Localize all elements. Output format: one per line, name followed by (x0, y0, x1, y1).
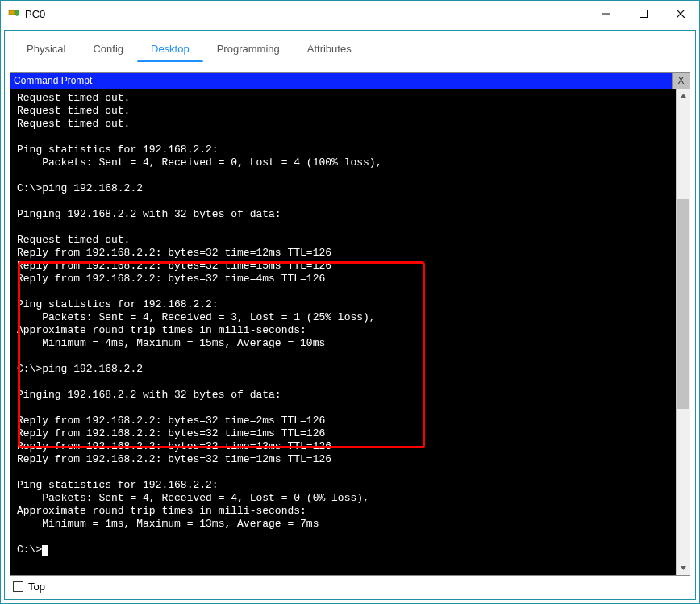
svg-rect-3 (640, 10, 648, 18)
svg-rect-0 (9, 10, 15, 15)
scroll-up-button[interactable] (677, 89, 690, 102)
close-button[interactable] (662, 1, 699, 27)
titlebar[interactable]: PC0 (1, 1, 699, 27)
scroll-track[interactable] (677, 102, 690, 561)
svg-marker-6 (681, 94, 686, 98)
command-prompt-close-button[interactable]: X (672, 73, 690, 89)
tab-bar: Physical Config Desktop Programming Attr… (10, 39, 690, 62)
svg-point-1 (15, 10, 19, 16)
svg-marker-7 (681, 566, 686, 570)
command-prompt-body: Request timed out. Request timed out. Re… (10, 89, 690, 575)
window-title: PC0 (25, 8, 45, 20)
tab-desktop[interactable]: Desktop (137, 39, 203, 62)
tab-attributes[interactable]: Attributes (294, 39, 365, 62)
command-prompt-title: Command Prompt (14, 75, 92, 86)
maximize-button[interactable] (625, 1, 662, 27)
command-prompt-panel: Command Prompt X Request timed out. Requ… (10, 72, 690, 576)
tab-programming[interactable]: Programming (203, 39, 294, 62)
scroll-down-button[interactable] (677, 561, 690, 575)
client-area: Physical Config Desktop Programming Attr… (4, 30, 696, 600)
tab-config[interactable]: Config (79, 39, 137, 62)
app-window: PC0 Physical Config Desktop Programming … (0, 0, 700, 604)
terminal-cursor (42, 545, 48, 556)
top-checkbox-label: Top (28, 581, 45, 593)
tab-physical[interactable]: Physical (13, 39, 79, 62)
vertical-scrollbar[interactable] (676, 89, 690, 575)
bottom-toolbar: Top (10, 576, 690, 594)
minimize-button[interactable] (588, 1, 625, 27)
scroll-thumb[interactable] (677, 199, 689, 409)
app-icon (7, 7, 20, 20)
command-prompt-titlebar[interactable]: Command Prompt X (10, 73, 690, 89)
window-controls (588, 1, 699, 27)
terminal-output[interactable]: Request timed out. Request timed out. Re… (10, 89, 676, 575)
top-checkbox[interactable] (13, 581, 23, 592)
